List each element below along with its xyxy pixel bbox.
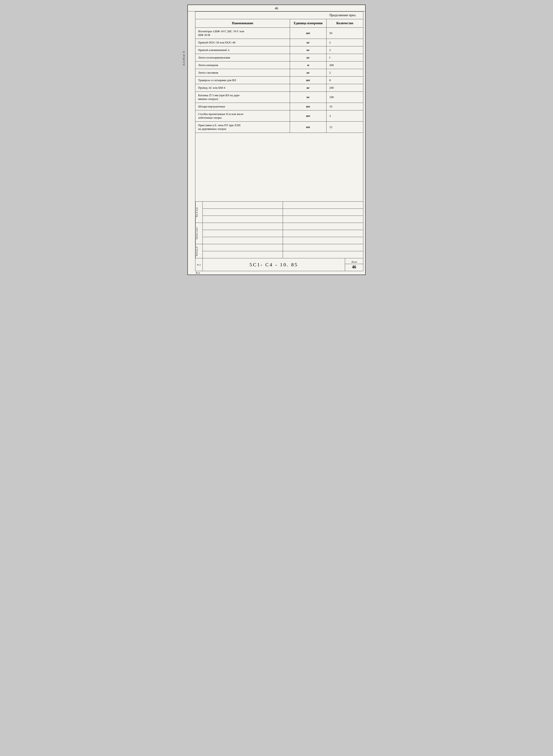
bottom-left-cell: Кз.п [195, 258, 203, 271]
cell-name: Траверсы со штырями для ВЛ [195, 77, 290, 84]
cell-qty: 2 [326, 47, 363, 54]
stamp-field-row [203, 202, 363, 209]
table-row: Припой ПОС-30 или ПОС-40 кг 2 [195, 39, 363, 47]
cell-qty: 8 [326, 77, 363, 84]
header-name: Наименование [195, 19, 290, 27]
cell-qty: 200 [326, 84, 363, 91]
stamp-field-row [203, 216, 363, 223]
table-row: Столбы пропитанные II м или желе-зобетон… [195, 110, 363, 122]
cell-name: Лента киперная [195, 62, 290, 69]
stamp-field-cell [283, 209, 363, 216]
cell-qty: I [326, 54, 363, 61]
stamp-rows-3: Взам.инд.№ [195, 244, 363, 258]
cell-name: Лента полихорвиниловая [195, 54, 290, 61]
table-row: Лента смоляная кг 2 [195, 69, 363, 77]
cell-unit: шт [290, 110, 326, 122]
table-body: Изоляторы т.ШФ 10-Г, ШС 10-Г илиШФ 20-В … [195, 28, 363, 202]
stamp-field-cell [203, 237, 283, 244]
doc-number: 5С1- С4 - 10. 85 [203, 262, 345, 268]
stamp-field-cell [203, 251, 283, 258]
cell-qty: 2 [326, 69, 363, 76]
cell-qty: 50 [326, 28, 363, 39]
cell-name: Столбы пропитанные II м или желе-зобетон… [195, 110, 290, 122]
cell-qty: 3 [326, 110, 363, 122]
page: 46 Альбом 6 Продолжение прил. Наименован… [187, 5, 366, 275]
table-header: Наименование Единица измерения Количеств… [195, 19, 363, 28]
stamp-field-cell [283, 202, 363, 209]
empty-area [195, 133, 363, 202]
page-number-top: 46 [188, 5, 365, 11]
stamp-field-row [203, 209, 363, 216]
table-row: Припой алюминиевый А кг 2 [195, 47, 363, 54]
stamp-labels-3: Взам.инд.№ [195, 244, 203, 258]
main-content: Продолжение прил. Наименование Единица и… [195, 11, 363, 202]
sheet-number: 46 [352, 264, 356, 270]
stamp-labels-2: Подпись и дата [195, 223, 203, 244]
continuation-header: Продолжение прил. [195, 12, 363, 19]
cell-name: Провод АС или БМ-4 [195, 84, 290, 91]
cell-name: Припой ПОС-30 или ПОС-40 [195, 39, 290, 46]
table-row: Лента полихорвиниловая кг I [195, 54, 363, 62]
cell-unit: шт [290, 122, 326, 133]
stamp-label-inv: Инв.№ подл. [195, 202, 198, 223]
stamp-field-row [203, 251, 363, 258]
header-qty: Количество [326, 19, 363, 27]
stamp-fields-2 [203, 223, 363, 244]
cell-name: Катанка ∅ 5 мм (при ВЛ на дере-вянных оп… [195, 92, 290, 103]
table-row: Изоляторы т.ШФ 10-Г, ШС 10-Г илиШФ 20-В … [195, 28, 363, 39]
stamp-field-cell [203, 216, 283, 223]
cell-name: Лента смоляная [195, 69, 290, 76]
stamp-area: Инв.№ подл. Подпись и дата [195, 202, 363, 271]
stamp-field-cell [283, 230, 363, 237]
stamp-field-cell [203, 244, 283, 251]
stamp-labels: Инв.№ подл. [195, 202, 203, 223]
table-row: Катанка ∅ 5 мм (при ВЛ на дере-вянных оп… [195, 92, 363, 103]
cell-unit: кг [290, 69, 326, 76]
cell-qty: 2 [326, 39, 363, 46]
cell-unit: м [290, 62, 326, 69]
cell-name: Приставки к.б. типа ПТ при ЛЭПна деревян… [195, 122, 290, 133]
stamp-label-vzam: Взам.инд.№ [195, 244, 198, 258]
stamp-rows-2: Подпись и дата [195, 223, 363, 244]
sheet-cell: Лист 46 [345, 258, 363, 271]
header-unit: Единица измерения [290, 19, 326, 27]
cell-name: Припой алюминиевый А [195, 47, 290, 54]
cell-qty: 200 [326, 62, 363, 69]
cell-name: Изоляторы т.ШФ 10-Г, ШС 10-Г илиШФ 20-В [195, 28, 290, 39]
stamp-rows: Инв.№ подл. [195, 202, 363, 223]
table-row: Приставки к.б. типа ПТ при ЛЭПна деревян… [195, 122, 363, 133]
stamp-field-cell [283, 244, 363, 251]
stamp-field-cell [203, 223, 283, 230]
cell-unit: кг [290, 84, 326, 91]
stamp-field-cell [203, 209, 283, 216]
cell-unit: шт [290, 28, 326, 39]
cell-qty: 12 [326, 122, 363, 133]
stamp-field-cell [283, 223, 363, 230]
stamp-field-row [203, 237, 363, 244]
stamp-field-cell [283, 251, 363, 258]
table-row: Траверсы со штырями для ВЛ шт 8 [195, 77, 363, 84]
cell-unit: кг [290, 54, 326, 61]
bottom-bar: Кз.п 5С1- С4 - 10. 85 Лист 46 [195, 258, 363, 271]
cell-unit: кг [290, 47, 326, 54]
stamp-field-cell [283, 216, 363, 223]
stamp-field-row [203, 230, 363, 237]
stamp-field-cell [203, 202, 283, 209]
stamp-field-row [203, 223, 363, 230]
cell-qty: 10 [326, 103, 363, 110]
cell-unit: кг [290, 92, 326, 103]
sheet-label: Лист [345, 260, 363, 264]
bottom-margin: Кз.п [188, 271, 365, 275]
cell-unit: шт [290, 103, 326, 110]
stamp-field-cell [283, 237, 363, 244]
side-label: Альбом 6 [182, 51, 185, 66]
table-row: Штыри верхушечные шт 10 [195, 103, 363, 110]
stamp-fields [203, 202, 363, 223]
stamp-field-cell [203, 230, 283, 237]
stamp-field-row [203, 244, 363, 251]
cell-unit: шт [290, 77, 326, 84]
cell-qty: 100 [326, 92, 363, 103]
stamp-fields-3 [203, 244, 363, 258]
table-row: Лента киперная м 200 [195, 62, 363, 69]
table-row: Провод АС или БМ-4 кг 200 [195, 84, 363, 92]
